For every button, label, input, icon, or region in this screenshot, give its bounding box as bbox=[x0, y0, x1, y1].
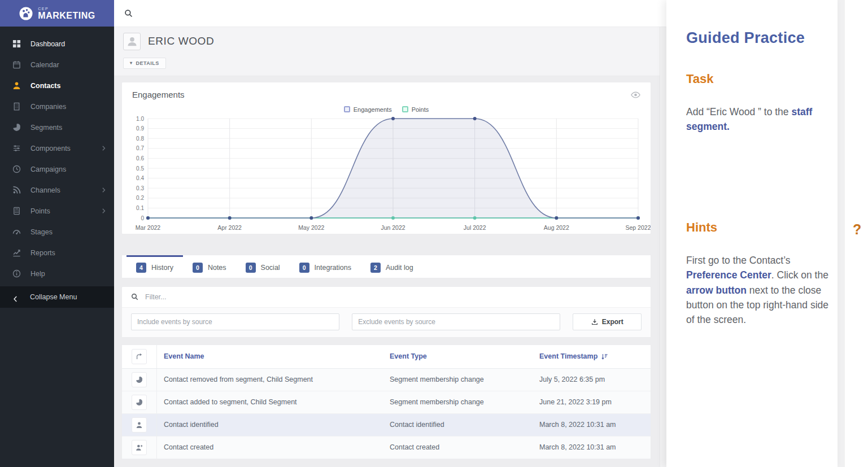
tab-history[interactable]: 4 History bbox=[127, 255, 183, 278]
pie-icon[interactable] bbox=[132, 372, 147, 387]
event-name: Contact created bbox=[157, 443, 383, 451]
tab-count-badge: 2 bbox=[370, 263, 381, 273]
svg-text:0.2: 0.2 bbox=[136, 195, 144, 201]
event-name: Contact removed from segment, Child Segm… bbox=[157, 376, 383, 383]
app-logo[interactable]: CEP MARKETING bbox=[0, 0, 114, 27]
tab-social[interactable]: 0 Social bbox=[236, 255, 290, 278]
svg-text:0.9: 0.9 bbox=[136, 125, 144, 132]
filter-search-icon bbox=[131, 293, 138, 300]
sidebar-item-components[interactable]: Components bbox=[0, 138, 114, 159]
bend-arrow-icon[interactable] bbox=[132, 349, 147, 364]
include-events-input[interactable] bbox=[131, 313, 339, 330]
event-type: Contact created bbox=[383, 443, 533, 451]
exclude-events-input[interactable] bbox=[352, 313, 560, 330]
sidebar-item-stages[interactable]: Stages bbox=[0, 221, 114, 242]
sliders-icon bbox=[12, 144, 21, 152]
engagements-chart: 00.10.20.30.40.50.60.70.80.91.0Mar 2022A… bbox=[122, 114, 651, 234]
tab-label: Integrations bbox=[315, 264, 351, 272]
main-area: ERIC WOOD ▾ DETAILS Engagements Engageme… bbox=[114, 0, 666, 467]
tab-count-badge: 0 bbox=[246, 263, 256, 273]
sidebar-item-label: Segments bbox=[30, 124, 62, 132]
chevron-right-icon bbox=[101, 187, 106, 193]
tab-integrations[interactable]: 0 Integrations bbox=[290, 255, 361, 278]
chevron-right-icon bbox=[101, 208, 106, 213]
filter-panel: Export bbox=[121, 286, 651, 338]
tachometer-icon bbox=[12, 228, 21, 236]
content-area: Engagements Engagements Points 00.10.20.… bbox=[114, 76, 666, 467]
svg-text:Jun 2022: Jun 2022 bbox=[381, 224, 405, 231]
hints-heading: Hints bbox=[686, 220, 830, 235]
details-label: DETAILS bbox=[136, 60, 159, 66]
svg-text:1.0: 1.0 bbox=[136, 115, 144, 121]
tab-count-badge: 0 bbox=[299, 263, 309, 273]
tab-label: Social bbox=[261, 264, 280, 272]
svg-text:0.4: 0.4 bbox=[136, 175, 144, 181]
event-name: Contact added to segment, Child Segment bbox=[157, 398, 383, 406]
sidebar-nav: Dashboard Calendar Contacts Companies Se… bbox=[0, 27, 114, 284]
sidebar-item-help[interactable]: Help bbox=[0, 263, 114, 284]
export-button[interactable]: Export bbox=[573, 313, 642, 330]
help-question-mark[interactable]: ? bbox=[853, 221, 861, 238]
table-row[interactable]: Contact created Contact created March 8,… bbox=[122, 437, 651, 459]
guide-link-text[interactable]: Preference Center bbox=[686, 269, 771, 281]
logo-main-text: MARKETING bbox=[38, 11, 95, 20]
details-toggle-button[interactable]: ▾ DETAILS bbox=[123, 58, 166, 69]
svg-text:0.5: 0.5 bbox=[136, 165, 144, 171]
column-header-event-timestamp[interactable]: Event Timestamp bbox=[533, 352, 651, 360]
event-timestamp: March 8, 2022 10:31 am bbox=[533, 443, 651, 451]
sidebar-item-companies[interactable]: Companies bbox=[0, 96, 114, 117]
sidebar-item-label: Components bbox=[30, 145, 71, 152]
guide-link-text[interactable]: arrow button bbox=[686, 285, 747, 296]
sidebar-collapse-menu[interactable]: Collapse Menu bbox=[0, 286, 114, 308]
search-icon[interactable] bbox=[124, 9, 133, 18]
column-header-event-name[interactable]: Event Name bbox=[157, 352, 383, 360]
svg-text:Aug 2022: Aug 2022 bbox=[544, 224, 569, 231]
sidebar-item-channels[interactable]: Channels bbox=[0, 180, 114, 200]
collapse-menu-label: Collapse Menu bbox=[30, 293, 77, 301]
sidebar-item-segments[interactable]: Segments bbox=[0, 117, 114, 138]
tab-count-badge: 0 bbox=[193, 263, 203, 273]
sidebar-item-label: Channels bbox=[30, 186, 60, 194]
task-text: Add “Eric Wood ” to the staff segment. bbox=[686, 104, 830, 220]
person-plus-icon[interactable] bbox=[132, 440, 147, 455]
task-heading: Task bbox=[686, 72, 830, 86]
grid-icon bbox=[12, 40, 21, 48]
sidebar-item-label: Reports bbox=[30, 249, 55, 257]
calendar-icon bbox=[12, 60, 21, 69]
svg-text:May 2022: May 2022 bbox=[298, 224, 324, 231]
legend-item-engagements[interactable]: Engagements bbox=[344, 106, 392, 113]
legend-item-points[interactable]: Points bbox=[402, 106, 429, 113]
tab-bar: 4 History 0 Notes 0 Social 0 Integration… bbox=[121, 255, 651, 278]
sidebar-item-label: Calendar bbox=[30, 61, 59, 69]
column-header-event-type[interactable]: Event Type bbox=[383, 352, 533, 360]
legend-label: Engagements bbox=[354, 106, 392, 113]
table-row[interactable]: Contact identified Contact identified Ma… bbox=[122, 414, 651, 437]
tab-notes[interactable]: 0 Notes bbox=[183, 255, 236, 278]
rss-icon bbox=[12, 186, 21, 194]
sidebar-item-points[interactable]: Points bbox=[0, 200, 114, 221]
person-icon[interactable] bbox=[132, 417, 147, 433]
svg-text:Jul 2022: Jul 2022 bbox=[464, 224, 486, 231]
tab-audit-log[interactable]: 2 Audit log bbox=[361, 255, 423, 278]
sidebar-item-label: Contacts bbox=[30, 82, 60, 90]
sort-desc-icon[interactable] bbox=[601, 353, 608, 360]
table-row[interactable]: Contact added to segment, Child Segment … bbox=[122, 391, 651, 414]
contact-avatar bbox=[123, 33, 141, 50]
guide-link-text[interactable]: . bbox=[727, 121, 730, 132]
filter-input[interactable] bbox=[145, 293, 642, 301]
sidebar-item-dashboard[interactable]: Dashboard bbox=[0, 33, 114, 54]
table-row[interactable]: Contact removed from segment, Child Segm… bbox=[122, 369, 651, 391]
sidebar-item-calendar[interactable]: Calendar bbox=[0, 54, 114, 75]
pie-icon[interactable] bbox=[132, 395, 147, 410]
sidebar-item-reports[interactable]: Reports bbox=[0, 242, 114, 263]
info-icon bbox=[12, 269, 21, 278]
eye-icon[interactable] bbox=[631, 90, 640, 99]
sidebar-item-campaigns[interactable]: Campaigns bbox=[0, 159, 114, 180]
tab-label: Audit log bbox=[386, 264, 413, 272]
hints-text: First go to the Contact’s Preference Cen… bbox=[686, 253, 830, 327]
user-icon bbox=[12, 81, 21, 90]
caret-down-icon: ▾ bbox=[130, 60, 133, 66]
clock-icon bbox=[12, 165, 21, 173]
sidebar-item-contacts[interactable]: Contacts bbox=[0, 75, 114, 96]
sidebar-item-label: Dashboard bbox=[30, 40, 65, 48]
